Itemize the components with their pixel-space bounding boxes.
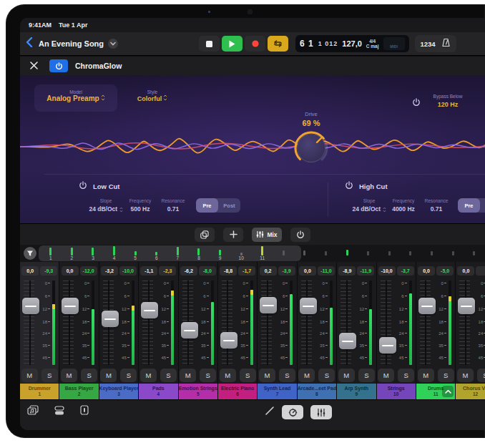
mute-button[interactable]: M xyxy=(298,369,315,382)
overview-slot[interactable] xyxy=(379,245,401,262)
overview-slot[interactable] xyxy=(421,245,443,262)
fader-handle[interactable] xyxy=(62,298,79,314)
track-name-plate[interactable]: Keyboard Player3 xyxy=(99,384,138,399)
close-icon[interactable] xyxy=(30,59,38,72)
overview-slot[interactable]: 5 xyxy=(124,245,146,262)
solo-button[interactable]: S xyxy=(200,369,216,382)
channel-strip[interactable]: 0,0-9,3061218243545MSDrummer1 xyxy=(20,262,59,399)
plugin-slot-icon[interactable] xyxy=(80,405,89,418)
faders-view-button[interactable] xyxy=(310,405,332,419)
track-name-plate[interactable]: Pads4 xyxy=(139,384,177,399)
fader-handle[interactable] xyxy=(418,298,436,314)
track-name-plate[interactable]: Drummer1 xyxy=(20,384,59,399)
track-name-plate[interactable]: Emotion Strings5 xyxy=(179,384,217,399)
solo-button[interactable]: S xyxy=(279,369,295,382)
track-name-plate[interactable]: Synth Lead7 xyxy=(258,384,296,399)
mute-button[interactable]: M xyxy=(418,369,434,382)
overview-slot[interactable]: 4 xyxy=(104,245,125,262)
song-title[interactable]: An Evening Song xyxy=(39,39,104,48)
channel-strip[interactable]: 0,0-12,0061218243545MSBass Player2 xyxy=(59,262,99,399)
overview-slot[interactable] xyxy=(273,245,295,262)
high-cut-pre-post-toggle[interactable]: Pre Post xyxy=(458,198,485,213)
mute-button[interactable]: M xyxy=(100,369,117,382)
fader-handle[interactable] xyxy=(300,298,317,314)
post-option[interactable]: Post xyxy=(218,198,240,213)
fader-handle[interactable] xyxy=(220,332,237,349)
channel-strip[interactable]: 0,0-11,0061218243545MSArcade...eet Pad8 xyxy=(298,262,337,399)
overview-slot[interactable] xyxy=(358,245,379,262)
channel-strip[interactable]: -8,8-1,7061218243545MSElectric Piano6 xyxy=(218,262,258,399)
channel-overview-strip[interactable]: 1234567891011 xyxy=(20,245,485,262)
controls-view-button[interactable] xyxy=(282,405,303,419)
drive-knob[interactable] xyxy=(293,130,329,166)
fader-handle[interactable] xyxy=(102,311,119,327)
channel-strip[interactable]: -1,1-2,3061218243545MSPads4 xyxy=(139,262,178,399)
solo-button[interactable]: S xyxy=(81,369,97,382)
fader-handle[interactable] xyxy=(141,302,158,318)
overview-slot[interactable] xyxy=(315,245,337,262)
model-selector[interactable]: Model Analog Preamp xyxy=(34,84,117,112)
overview-slot[interactable] xyxy=(294,245,315,262)
count-in-button[interactable]: 1234 xyxy=(421,40,436,48)
regions-icon[interactable] xyxy=(54,405,64,418)
overview-slot[interactable]: 10 xyxy=(230,245,252,262)
track-name-plate[interactable]: Arcade...eet Pad8 xyxy=(298,384,336,399)
solo-button[interactable]: S xyxy=(160,369,177,382)
collapse-chevron-icon[interactable] xyxy=(442,386,454,397)
mute-button[interactable]: M xyxy=(378,369,394,382)
duplicate-button[interactable] xyxy=(195,228,215,242)
low-cut-resonance[interactable]: Resonance 0.71 xyxy=(150,198,196,213)
channel-strip[interactable]: -10,0-3,7061218243545MSStrings10 xyxy=(377,262,416,399)
channel-strip[interactable]: 0,0061218243545MSChorus Vo12 xyxy=(456,262,485,399)
pencil-icon[interactable] xyxy=(265,406,275,419)
browser-icon[interactable] xyxy=(27,405,39,418)
fader-handle[interactable] xyxy=(339,333,356,349)
mute-button[interactable]: M xyxy=(338,369,355,382)
plugin-power-button[interactable] xyxy=(49,59,68,72)
solo-button[interactable]: S xyxy=(41,369,58,382)
overview-slot[interactable]: 3 xyxy=(82,245,104,262)
record-button[interactable] xyxy=(245,36,265,52)
drive-control[interactable]: Drive 69 % xyxy=(286,111,336,166)
channel-strip[interactable]: -6,2-8,0061218243545MSEmotion Strings5 xyxy=(179,262,218,399)
track-name-plate[interactable]: Strings10 xyxy=(377,384,416,399)
fader-handle[interactable] xyxy=(458,298,475,314)
low-cut-power-icon[interactable] xyxy=(79,181,87,191)
overview-slot[interactable]: 2 xyxy=(62,245,83,262)
mute-button[interactable]: M xyxy=(220,369,236,382)
channel-strip[interactable]: 0,2-3,9061218243545MSSynth Lead7 xyxy=(258,262,297,399)
overview-slot[interactable]: 8 xyxy=(188,245,210,262)
overview-slot[interactable]: 7 xyxy=(167,245,189,262)
cycle-button[interactable] xyxy=(268,36,288,52)
solo-button[interactable]: S xyxy=(318,369,335,382)
overview-slot[interactable]: 1 xyxy=(40,245,62,262)
high-cut-resonance[interactable]: Resonance 0.71 xyxy=(413,198,459,213)
filter-icon[interactable] xyxy=(24,247,36,260)
overview-slot[interactable] xyxy=(442,245,464,262)
fader-handle[interactable] xyxy=(260,297,277,313)
channel-strip[interactable]: 0,0-5,0061218243545MSDrums11 xyxy=(416,262,456,399)
solo-button[interactable]: S xyxy=(398,369,414,382)
pre-option[interactable]: Pre xyxy=(196,198,218,213)
track-name-plate[interactable]: Bass Player2 xyxy=(59,384,98,399)
solo-button[interactable]: S xyxy=(120,369,137,382)
stop-button[interactable] xyxy=(199,36,220,52)
bypass-power-icon[interactable] xyxy=(412,97,421,109)
solo-button[interactable]: S xyxy=(438,369,454,382)
overview-slot[interactable] xyxy=(400,245,421,262)
mute-button[interactable]: M xyxy=(457,369,474,382)
high-cut-power-icon[interactable] xyxy=(345,181,353,191)
mute-button[interactable]: M xyxy=(21,369,38,382)
song-menu-chevron-icon[interactable] xyxy=(108,39,118,49)
solo-button[interactable]: S xyxy=(358,369,375,382)
metronome-icon[interactable] xyxy=(441,37,451,50)
play-button[interactable] xyxy=(222,36,242,52)
overview-slot[interactable]: 11 xyxy=(252,245,273,262)
track-name-plate[interactable]: Electric Piano6 xyxy=(218,384,257,399)
channel-strip[interactable]: -3,2-10,0061218243545MSKeyboard Player3 xyxy=(99,262,139,399)
overview-slot[interactable]: 6 xyxy=(146,245,167,262)
overview-slot[interactable] xyxy=(336,245,358,262)
track-name-plate[interactable]: Arp Synth9 xyxy=(337,384,376,399)
solo-button[interactable]: S xyxy=(240,369,256,382)
mix-view-button[interactable]: Mix xyxy=(252,228,281,242)
